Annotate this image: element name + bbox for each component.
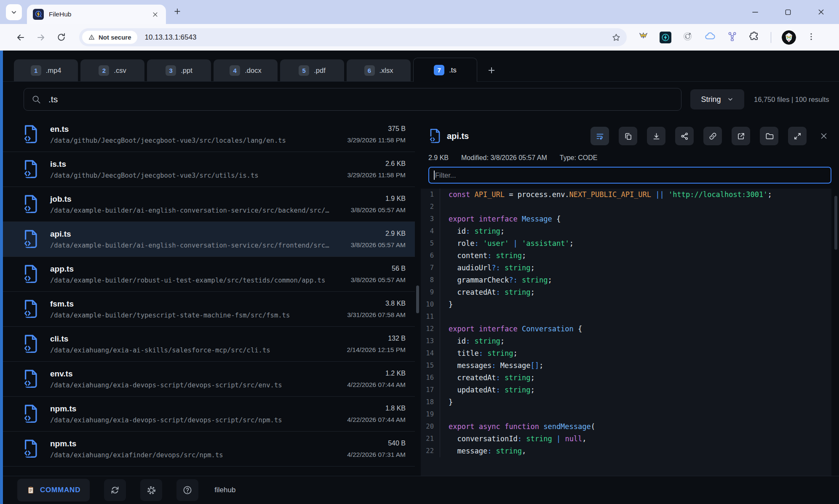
bookmark-star-icon[interactable] xyxy=(612,33,621,42)
scrollbar-thumb[interactable] xyxy=(416,285,419,313)
file-row[interactable]: cli.ts/data/exiahuang/exia-ai-skills/sal… xyxy=(3,327,415,362)
minimize-button[interactable] xyxy=(750,7,761,18)
file-row[interactable]: api.ts/data/example-builder/ai-english-c… xyxy=(3,222,415,257)
search-mode-select[interactable]: String xyxy=(690,89,744,109)
code-line-text: id: string; xyxy=(440,225,505,237)
fullscreen-button[interactable] xyxy=(788,127,807,145)
file-list-scrollbar[interactable] xyxy=(415,117,421,476)
copy-button[interactable] xyxy=(619,127,637,145)
browser-tab-strip: FileHub xyxy=(0,0,839,24)
file-row-main: en.ts/data/github/JeecgBoot/jeecgboot-vu… xyxy=(50,125,335,144)
tab-number-badge: 2 xyxy=(99,65,109,76)
tab-close-icon[interactable] xyxy=(150,9,160,19)
extensions-row xyxy=(638,30,816,45)
line-number: 18 xyxy=(421,396,440,408)
close-preview-button[interactable] xyxy=(816,127,831,145)
browser-window: FileHub Not secure 10 xyxy=(0,0,839,504)
open-external-button[interactable] xyxy=(732,127,750,145)
extension-cloud-icon[interactable] xyxy=(704,30,716,44)
download-button[interactable] xyxy=(647,127,665,145)
search-input[interactable] xyxy=(48,94,673,105)
code-filter-input[interactable] xyxy=(428,167,831,184)
filetype-tab-ts[interactable]: 7.ts xyxy=(413,58,477,82)
code-line: 17 updatedAt: string; xyxy=(421,384,831,396)
close-window-button[interactable] xyxy=(815,7,826,18)
filetype-tab-xlsx[interactable]: 6.xlsx xyxy=(347,59,411,81)
security-label: Not secure xyxy=(99,34,131,41)
extension-sitemap-icon[interactable] xyxy=(727,31,738,44)
add-filetype-tab-button[interactable] xyxy=(480,59,503,81)
file-path: /data/example-builder/robust-ui-test-exa… xyxy=(50,277,335,284)
extensions-puzzle-icon[interactable] xyxy=(748,31,760,44)
settings-button[interactable] xyxy=(140,479,162,501)
code-line: 19 xyxy=(421,408,831,421)
new-tab-button[interactable] xyxy=(170,4,184,19)
preview-panel: api.ts xyxy=(421,117,833,476)
filetype-tab-ppt[interactable]: 3.ppt xyxy=(147,59,211,81)
tab-number-badge: 6 xyxy=(364,65,375,76)
file-name: en.ts xyxy=(50,125,335,134)
command-button[interactable]: COMMAND xyxy=(17,479,90,501)
help-button[interactable] xyxy=(176,479,198,501)
code-line-text: export interface Conversation { xyxy=(440,323,582,335)
line-number: 10 xyxy=(421,299,440,311)
extension-orbit-icon[interactable] xyxy=(682,31,693,44)
file-row-side: 540 B4/22/2026 07:31 AM xyxy=(347,440,406,459)
reload-button[interactable] xyxy=(54,30,68,45)
tab-search-button[interactable] xyxy=(6,4,22,20)
scrollbar-thumb[interactable] xyxy=(834,196,837,250)
filetype-tab-docx[interactable]: 4.docx xyxy=(214,59,278,81)
filetype-tab-csv[interactable]: 2.csv xyxy=(80,59,144,81)
file-path: /data/exiahuang/exiafinder/devops/src/np… xyxy=(50,451,335,459)
back-button[interactable] xyxy=(13,30,28,45)
file-row[interactable]: is.ts/data/github/JeecgBoot/jeecgboot-vu… xyxy=(3,152,415,187)
typescript-file-icon xyxy=(22,125,38,144)
code-viewer[interactable]: 1const API_URL = process.env.NEXT_PUBLIC… xyxy=(421,189,831,476)
refresh-button[interactable] xyxy=(104,479,126,501)
file-name: is.ts xyxy=(50,160,335,169)
file-row-side: 1.9 KB3/8/2026 05:57 AM xyxy=(347,195,406,214)
code-line: 16 createdAt: string; xyxy=(421,372,831,384)
share-button[interactable] xyxy=(675,127,694,145)
file-row[interactable]: fsm.ts/data/example-builder/typescript-s… xyxy=(3,292,415,327)
file-size: 56 B xyxy=(347,265,406,272)
file-row[interactable]: env.ts/data/exiahuang/exia-devops-script… xyxy=(3,362,415,397)
code-line: 9 createdAt: string; xyxy=(421,286,831,299)
typescript-file-icon xyxy=(22,369,38,389)
code-line-text xyxy=(440,201,449,213)
preview-scrollbar[interactable] xyxy=(833,117,839,476)
open-folder-button[interactable] xyxy=(760,127,778,145)
forward-button[interactable] xyxy=(34,30,48,45)
file-row[interactable]: en.ts/data/github/JeecgBoot/jeecgboot-vu… xyxy=(3,117,415,152)
copy-link-button[interactable] xyxy=(703,127,722,145)
filetype-tab-bar: 1.mp42.csv3.ppt4.docx5.pdf6.xlsx7.ts xyxy=(3,51,839,82)
file-row[interactable]: npm.ts/data/exiahuang/exia-devops-script… xyxy=(3,397,415,432)
line-number: 16 xyxy=(421,372,440,384)
filetype-tab-pdf[interactable]: 5.pdf xyxy=(280,59,344,81)
file-path: /data/github/JeecgBoot/jeecgboot-vue3/sr… xyxy=(50,172,335,179)
file-size: 132 B xyxy=(347,335,406,342)
maximize-button[interactable] xyxy=(783,7,794,18)
file-row-main: env.ts/data/exiahuang/exia-devops-script… xyxy=(50,369,335,389)
extension-lightning-icon[interactable] xyxy=(660,32,671,43)
wrap-lines-button[interactable] xyxy=(591,127,609,145)
chevron-down-icon xyxy=(10,8,18,16)
tab-extension-label: .xlsx xyxy=(379,67,393,75)
search-box[interactable] xyxy=(24,88,681,111)
browser-menu-kebab-icon[interactable] xyxy=(807,32,816,43)
code-line-text: export async function sendMessage( xyxy=(440,421,595,433)
browser-tab[interactable]: FileHub xyxy=(27,5,166,24)
file-row[interactable]: job.ts/data/example-builder/ai-english-c… xyxy=(3,187,415,222)
filetype-tab-mp4[interactable]: 1.mp4 xyxy=(14,59,78,81)
results-summary: 16,750 files | 100 results xyxy=(754,96,829,104)
file-row[interactable]: npm.ts/data/exiahuang/exiafinder/devops/… xyxy=(3,432,415,467)
code-line: 13 id: string; xyxy=(421,335,831,347)
file-name: npm.ts xyxy=(50,439,335,448)
file-row[interactable]: app.ts/data/example-builder/robust-ui-te… xyxy=(3,257,415,292)
address-bar[interactable]: Not secure 10.13.13.1:6543 xyxy=(79,28,627,46)
file-path: /data/example-builder/ai-english-convers… xyxy=(50,207,335,214)
not-secure-chip[interactable]: Not secure xyxy=(82,31,137,44)
extension-shield-icon[interactable] xyxy=(638,31,649,44)
file-row-side: 1.2 KB4/22/2026 07:44 AM xyxy=(347,370,406,389)
profile-avatar[interactable] xyxy=(782,30,796,45)
